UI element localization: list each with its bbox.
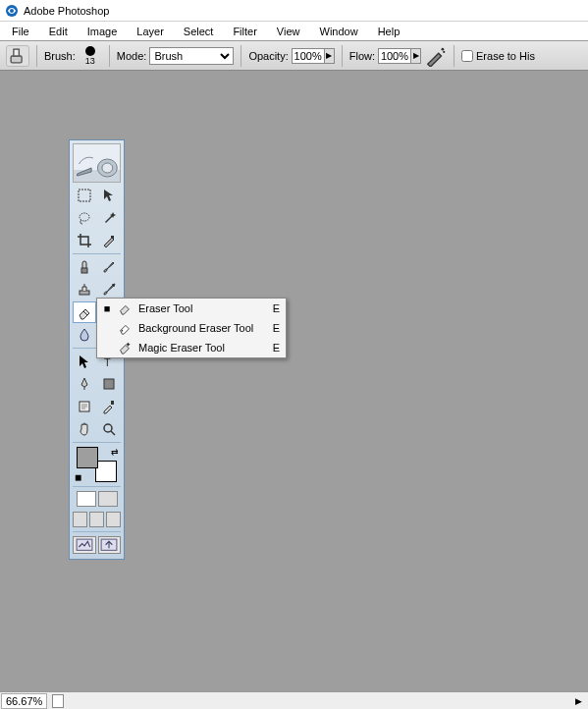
default-colors-icon[interactable]: ◼ (75, 472, 81, 482)
menu-bar: File Edit Image Layer Select Filter View… (0, 22, 588, 41)
background-color-swatch[interactable] (95, 461, 117, 482)
title-bar: Adobe Photoshop (0, 0, 588, 22)
tool-healing-brush[interactable] (73, 256, 96, 278)
options-bar: Brush: 13 Mode: Brush Opacity: ▶ Flow: ▶… (0, 41, 588, 71)
brush-preset-picker[interactable]: 13 (79, 46, 102, 66)
tool-notes[interactable] (73, 396, 96, 417)
tool-path-selection[interactable] (73, 351, 96, 372)
flow-input[interactable] (378, 48, 411, 64)
tool-eraser[interactable] (73, 301, 96, 323)
tool-blur[interactable] (73, 324, 96, 346)
eraser-icon (117, 301, 133, 315)
standard-mode-button[interactable] (77, 491, 96, 507)
status-flyout-arrow[interactable]: ▶ (575, 696, 582, 706)
flyout-item-eraser[interactable]: ■ Eraser Tool E (97, 299, 286, 318)
erase-to-history-checkbox[interactable]: Erase to His (461, 50, 535, 62)
svg-point-22 (104, 424, 112, 432)
tool-brush[interactable] (97, 256, 121, 278)
flyout-item-magic-eraser[interactable]: Magic Eraser Tool E (97, 338, 286, 357)
quickmask-mode-button[interactable] (98, 491, 118, 507)
tool-pen[interactable] (73, 373, 96, 395)
tool-zoom[interactable] (97, 418, 121, 440)
background-eraser-icon (117, 321, 133, 335)
jump-to-imageready-button[interactable] (73, 536, 96, 554)
document-icon (52, 694, 64, 708)
svg-rect-14 (81, 268, 87, 273)
menu-window[interactable]: Window (310, 24, 368, 39)
jump-to-button[interactable] (98, 536, 122, 554)
tool-shape[interactable] (97, 373, 121, 395)
menu-file[interactable]: File (2, 24, 39, 39)
svg-point-5 (443, 50, 445, 52)
swap-colors-icon[interactable]: ⇄ (111, 447, 119, 457)
svg-point-9 (102, 163, 113, 173)
svg-rect-15 (80, 291, 89, 295)
tool-crop[interactable] (73, 230, 96, 251)
tool-hand[interactable] (73, 418, 96, 440)
screen-mode-standard[interactable] (73, 512, 87, 527)
magic-eraser-icon (117, 341, 133, 354)
svg-rect-3 (14, 49, 20, 56)
toolbox-header-icon (73, 143, 121, 183)
screen-mode-full-menubar[interactable] (89, 512, 104, 527)
menu-filter[interactable]: Filter (223, 24, 266, 39)
tool-lasso[interactable] (73, 207, 96, 229)
tool-eyedropper[interactable] (97, 396, 121, 417)
screen-mode-full[interactable] (106, 512, 121, 527)
svg-rect-23 (77, 539, 92, 550)
svg-rect-12 (111, 236, 114, 239)
svg-point-1 (10, 9, 14, 13)
zoom-level[interactable]: 66.67% (1, 693, 47, 709)
mode-label: Mode: (117, 50, 147, 62)
status-bar: 66.67% ▶ (0, 691, 588, 709)
tool-magic-wand[interactable] (97, 207, 121, 229)
tool-slice[interactable] (97, 230, 121, 251)
menu-select[interactable]: Select (174, 24, 224, 39)
brush-label: Brush: (44, 50, 76, 62)
svg-rect-2 (11, 56, 22, 63)
eraser-flyout-menu: ■ Eraser Tool E Background Eraser Tool E… (96, 298, 287, 358)
tool-move[interactable] (97, 185, 121, 206)
flow-flyout-arrow[interactable]: ▶ (411, 48, 421, 64)
opacity-label: Opacity: (248, 50, 288, 62)
menu-image[interactable]: Image (78, 24, 128, 39)
tool-marquee[interactable] (73, 185, 96, 206)
menu-edit[interactable]: Edit (39, 24, 78, 39)
app-logo-icon (4, 3, 20, 19)
opacity-flyout-arrow[interactable]: ▶ (325, 48, 335, 64)
menu-view[interactable]: View (267, 24, 310, 39)
menu-help[interactable]: Help (368, 24, 410, 39)
svg-point-4 (442, 47, 445, 50)
foreground-color-swatch[interactable] (77, 447, 98, 468)
svg-rect-21 (111, 401, 114, 405)
svg-rect-19 (104, 379, 114, 389)
brush-dot-icon (85, 46, 95, 56)
airbrush-icon[interactable] (425, 47, 447, 65)
current-tool-icon[interactable] (6, 45, 29, 67)
menu-layer[interactable]: Layer (127, 24, 174, 39)
svg-point-25 (122, 330, 124, 332)
opacity-input[interactable] (292, 48, 325, 64)
svg-rect-10 (79, 190, 90, 201)
tool-clone-stamp[interactable] (73, 279, 96, 300)
flow-label: Flow: (349, 50, 375, 62)
checkmark-icon: ■ (103, 302, 111, 314)
color-swatches[interactable]: ◼ ⇄ (75, 447, 119, 482)
app-title: Adobe Photoshop (24, 5, 109, 17)
flyout-item-background-eraser[interactable]: Background Eraser Tool E (97, 318, 286, 338)
mode-select[interactable]: Brush (149, 47, 234, 65)
